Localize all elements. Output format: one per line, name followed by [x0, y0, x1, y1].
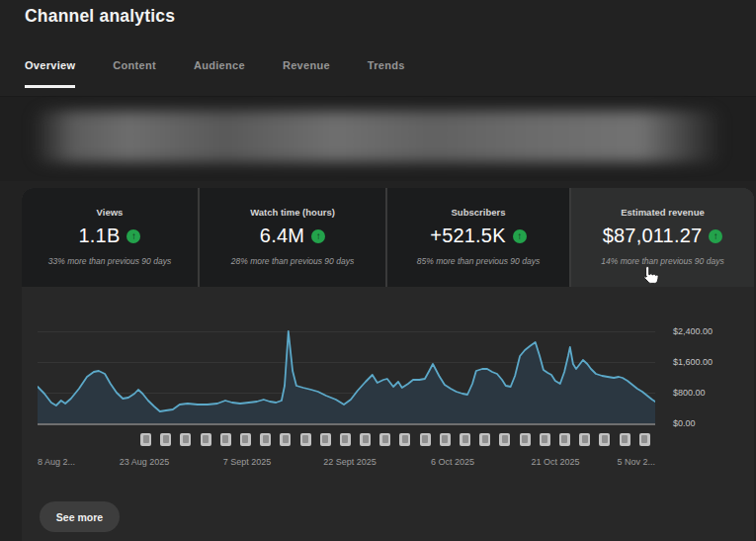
stat-card-change: 33% more than previous 90 days — [22, 256, 198, 266]
revenue-line-chart — [38, 323, 655, 423]
see-more-button[interactable]: See more — [40, 501, 120, 532]
tab-content[interactable]: Content — [113, 59, 156, 88]
x-axis-label: 5 Nov 2... — [617, 457, 655, 467]
video-marker[interactable] — [420, 433, 431, 446]
video-marker[interactable] — [620, 433, 630, 446]
video-marker[interactable] — [460, 433, 470, 446]
trend-up-icon: ↑ — [126, 229, 140, 243]
video-marker[interactable] — [140, 433, 151, 446]
x-axis-label: 23 Aug 2025 — [120, 457, 170, 467]
revenue-chart-plot[interactable] — [38, 323, 655, 423]
x-axis-label: 21 Oct 2025 — [531, 457, 579, 467]
video-marker[interactable] — [180, 433, 191, 446]
trend-up-icon: ↑ — [513, 229, 527, 243]
video-marker[interactable] — [379, 433, 390, 446]
video-marker[interactable] — [201, 433, 211, 446]
x-axis-line — [38, 423, 655, 425]
video-marker[interactable] — [320, 433, 331, 446]
blurred-banner — [32, 111, 723, 162]
stat-card-value-row: 1.1B↑ — [22, 225, 198, 247]
x-axis-label: 7 Sept 2025 — [223, 457, 272, 467]
video-marker[interactable] — [360, 433, 371, 446]
video-marker[interactable] — [579, 433, 590, 446]
x-axis-label: 22 Sept 2025 — [323, 457, 377, 467]
blurred-banner-band — [0, 97, 756, 181]
video-marker[interactable] — [280, 433, 291, 446]
x-axis-labels: 8 Aug 2...23 Aug 20257 Sept 202522 Sept … — [38, 457, 655, 471]
stat-card-value-row: +521.5K↑ — [387, 225, 569, 247]
video-marker[interactable] — [520, 433, 531, 446]
tab-revenue[interactable]: Revenue — [283, 59, 330, 88]
stat-card-value-row: 6.4M↑ — [200, 225, 385, 247]
y-axis-label: $800.00 — [673, 388, 706, 398]
x-axis-label: 6 Oct 2025 — [431, 457, 474, 467]
tab-bar: OverviewContentAudienceRevenueTrends — [25, 59, 405, 88]
stat-cards-row: Views1.1B↑33% more than previous 90 days… — [22, 188, 754, 287]
channel-analytics-screen: Channel analytics OverviewContentAudienc… — [0, 0, 756, 541]
stat-card-change: 85% more than previous 90 days — [387, 256, 569, 266]
video-marker[interactable] — [599, 433, 610, 446]
stat-card-label: Views — [22, 207, 198, 218]
video-marker[interactable] — [540, 433, 550, 446]
stat-card-value: 1.1B — [79, 225, 121, 247]
video-marker[interactable] — [399, 433, 410, 446]
video-marker[interactable] — [639, 433, 650, 446]
x-axis-label: 8 Aug 2... — [38, 457, 75, 467]
video-marker[interactable] — [160, 433, 171, 446]
tab-overview[interactable]: Overview — [25, 59, 75, 88]
video-marker[interactable] — [559, 433, 570, 446]
page-title: Channel analytics — [25, 6, 175, 27]
video-marker[interactable] — [479, 433, 490, 446]
trend-up-icon: ↑ — [311, 229, 325, 243]
y-axis-label: $1,600.00 — [673, 357, 713, 367]
stat-card-label: Subscribers — [387, 207, 569, 218]
stat-card-subscribers[interactable]: Subscribers+521.5K↑85% more than previou… — [387, 188, 569, 287]
video-markers-row — [140, 432, 650, 446]
stat-card-label: Watch time (hours) — [200, 207, 385, 218]
stat-card-watch-time-hours[interactable]: Watch time (hours)6.4M↑28% more than pre… — [200, 188, 385, 287]
tab-audience[interactable]: Audience — [194, 59, 245, 88]
video-marker[interactable] — [300, 433, 311, 446]
analytics-panel: Views1.1B↑33% more than previous 90 days… — [22, 188, 754, 541]
video-marker[interactable] — [440, 433, 451, 446]
y-axis-labels: $2,400.00$1,600.00$800.00$0.00 — [673, 188, 752, 541]
stat-card-value: +521.5K — [430, 225, 505, 247]
stat-card-change: 28% more than previous 90 days — [200, 256, 385, 266]
y-axis-label: $2,400.00 — [673, 326, 713, 336]
video-marker[interactable] — [220, 433, 231, 446]
video-marker[interactable] — [260, 433, 271, 446]
stat-card-views[interactable]: Views1.1B↑33% more than previous 90 days — [22, 188, 198, 287]
video-marker[interactable] — [499, 433, 510, 446]
video-marker[interactable] — [240, 433, 251, 446]
y-axis-label: $0.00 — [673, 418, 696, 428]
tab-trends[interactable]: Trends — [368, 59, 405, 88]
video-marker[interactable] — [340, 433, 351, 446]
stat-card-value: 6.4M — [260, 225, 304, 247]
